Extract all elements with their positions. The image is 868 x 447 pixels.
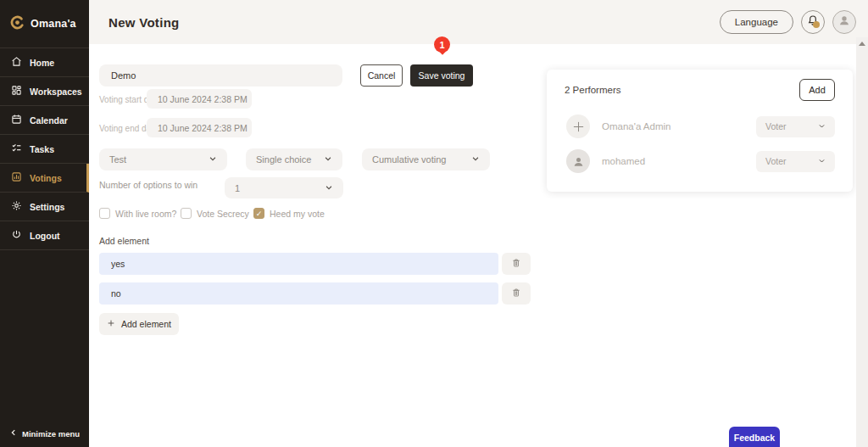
language-button[interactable]: Language — [720, 10, 793, 34]
performer-name: Omana'a Admin — [602, 121, 670, 131]
sidebar-item-label: Settings — [30, 202, 64, 212]
performer-row: mohamed Voter — [566, 149, 835, 173]
checkbox-checked: ✓ — [253, 208, 264, 219]
page-scrollbar[interactable] — [856, 37, 868, 447]
element-input[interactable] — [99, 253, 498, 275]
cancel-button[interactable]: Cancel — [360, 64, 403, 87]
delete-element-button[interactable] — [502, 253, 531, 275]
checkbox-unchecked — [181, 208, 192, 219]
start-date-field[interactable]: 10 June 2024 2:38 PM — [147, 89, 252, 109]
sidebar-item-label: Tasks — [30, 144, 54, 154]
save-voting-button[interactable]: Save voting — [410, 64, 473, 87]
delete-element-button[interactable] — [502, 282, 531, 305]
selected-value: Test — [109, 154, 126, 165]
chevron-down-icon — [818, 121, 826, 131]
top-bar: New Voting Language — [89, 0, 868, 44]
performers-header: 2 Performers Add — [547, 70, 853, 101]
sidebar-item-calendar[interactable]: Calendar — [0, 106, 89, 135]
logo: Omana'a — [0, 0, 89, 48]
user-avatar-button[interactable] — [832, 10, 856, 34]
content-pane: New Voting Language Cancel Save voting 1 — [89, 0, 868, 447]
voting-name-input[interactable] — [99, 64, 342, 87]
workspaces-icon — [11, 85, 22, 98]
avatar-plus-icon — [566, 115, 590, 138]
tasks-icon — [11, 142, 22, 155]
calendar-icon — [11, 114, 22, 126]
logo-text: Omana'a — [31, 18, 76, 30]
workspace-select[interactable]: Test — [99, 148, 227, 170]
options-to-win-label: Number of options to win — [99, 180, 198, 190]
checkbox-label: Heed my vote — [270, 209, 325, 219]
sidebar-item-workspaces[interactable]: Workspaces — [0, 77, 89, 106]
avatar-person-icon — [566, 149, 590, 173]
add-element-button-label: Add element — [121, 319, 171, 329]
badge-number: 1 — [434, 36, 450, 53]
chevron-down-icon — [324, 154, 332, 165]
chevron-left-icon — [9, 428, 18, 439]
votings-icon — [11, 171, 22, 184]
add-element-button[interactable]: Add element — [99, 313, 179, 335]
options-to-win-select[interactable]: 1 — [225, 177, 343, 198]
selected-value: Single choice — [256, 154, 311, 165]
selected-value: Voter — [765, 121, 787, 131]
sidebar-item-label: Workspaces — [30, 87, 82, 97]
checkbox-label: Vote Secrecy — [197, 209, 249, 219]
sidebar-item-settings[interactable]: Settings — [0, 193, 89, 221]
trash-icon — [511, 258, 521, 271]
vote-secrecy-checkbox[interactable]: Vote Secrecy — [181, 208, 249, 219]
plus-icon — [107, 319, 115, 329]
sidebar-item-tasks[interactable]: Tasks — [0, 135, 89, 164]
end-date-field[interactable]: 10 June 2024 2:38 PM — [147, 118, 252, 137]
performer-role-select[interactable]: Voter — [756, 116, 835, 137]
sidebar-item-label: Logout — [30, 231, 60, 241]
selected-value: Voter — [765, 156, 787, 166]
minimize-menu-label: Minimize menu — [22, 429, 80, 439]
notifications-button[interactable] — [801, 10, 825, 34]
selected-value: Cumulative voting — [372, 154, 446, 165]
omanaa-logo-icon — [9, 14, 25, 34]
minimize-menu-button[interactable]: Minimize menu — [9, 428, 80, 439]
chevron-down-icon — [818, 156, 826, 166]
voting-type-select[interactable]: Cumulative voting — [362, 148, 490, 170]
performers-count: 2 Performers — [565, 85, 620, 95]
sidebar-item-label: Votings — [30, 173, 62, 183]
performer-name: mohamed — [602, 156, 645, 166]
scroll-up-icon[interactable] — [859, 42, 865, 46]
selected-value: 1 — [235, 183, 240, 193]
add-element-section-label: Add element — [99, 236, 149, 246]
checkbox-label: With live room? — [115, 209, 176, 219]
app-window: Omana'a Home Workspaces Calendar Tasks V… — [0, 0, 868, 447]
element-input[interactable] — [99, 282, 498, 305]
performer-role-select[interactable]: Voter — [756, 151, 835, 172]
page-title: New Voting — [108, 15, 180, 30]
checkbox-unchecked — [99, 208, 110, 219]
trash-icon — [511, 288, 521, 300]
main-content: Cancel Save voting 1 Voting start date 1… — [89, 44, 868, 447]
sidebar-item-votings[interactable]: Votings — [0, 164, 89, 193]
home-icon — [11, 56, 22, 69]
performers-panel: 2 Performers Add Omana'a Admin Voter moh… — [547, 70, 853, 192]
top-bar-actions: Language — [720, 10, 856, 34]
add-performer-button[interactable]: Add — [799, 79, 835, 101]
feedback-button[interactable]: Feedback — [729, 427, 780, 447]
live-room-checkbox[interactable]: With live room? — [99, 208, 176, 219]
sidebar: Omana'a Home Workspaces Calendar Tasks V… — [0, 0, 89, 447]
chevron-down-icon — [325, 183, 333, 193]
step-badge: 1 — [434, 36, 450, 58]
chevron-down-icon — [209, 154, 217, 165]
sidebar-item-logout[interactable]: Logout — [0, 221, 89, 250]
logout-icon — [11, 229, 22, 242]
heed-my-vote-checkbox[interactable]: ✓ Heed my vote — [253, 208, 325, 219]
settings-icon — [11, 200, 22, 213]
chevron-down-icon — [471, 154, 480, 165]
sidebar-item-label: Calendar — [30, 115, 68, 126]
person-icon — [837, 14, 851, 31]
choice-type-select[interactable]: Single choice — [246, 148, 342, 170]
sidebar-item-label: Home — [30, 58, 54, 68]
notification-dot — [813, 21, 820, 28]
performer-row: Omana'a Admin Voter — [566, 115, 835, 138]
sidebar-item-home[interactable]: Home — [0, 48, 89, 77]
